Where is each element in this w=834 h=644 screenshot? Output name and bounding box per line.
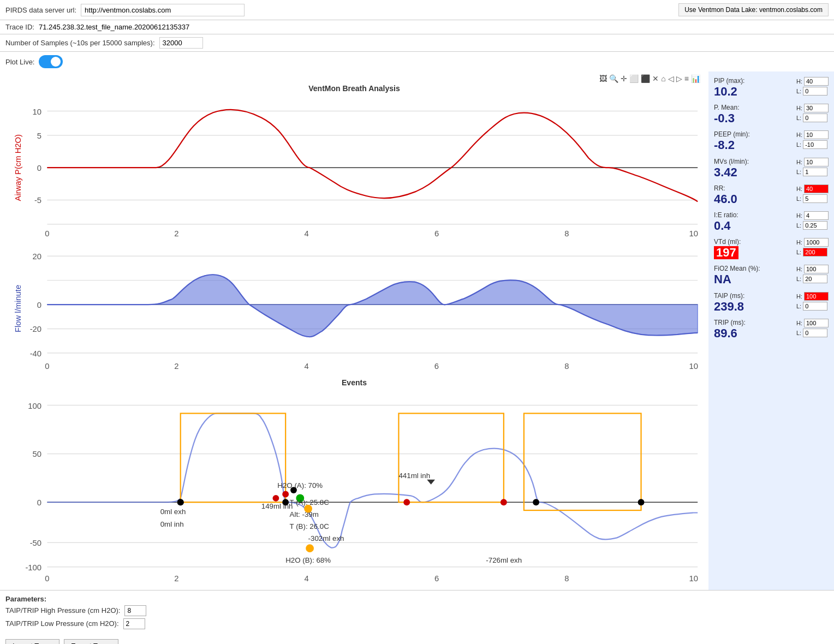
samples-input[interactable] bbox=[159, 37, 203, 49]
import-trace-button[interactable]: Import Trace bbox=[5, 639, 59, 644]
low-pressure-input[interactable] bbox=[123, 618, 145, 629]
metric-l-row-0: L: bbox=[796, 87, 829, 96]
metric-h-input-6[interactable] bbox=[804, 238, 829, 247]
high-pressure-input[interactable] bbox=[124, 605, 146, 616]
metric-h-input-5[interactable] bbox=[804, 211, 829, 220]
data-lake-button[interactable]: Use Ventmon Data Lake: ventmon.coslabs.c… bbox=[678, 3, 829, 16]
metric-label-8: TAIP (ms): bbox=[714, 292, 744, 300]
metric-l-label-3: L: bbox=[796, 169, 801, 175]
chart-title: VentMon Breath Analysis bbox=[3, 84, 706, 93]
svg-text:4: 4 bbox=[305, 575, 309, 583]
metric-h-input-1[interactable] bbox=[804, 104, 829, 112]
metric-l-row-3: L: bbox=[796, 168, 829, 176]
metric-h-input-9[interactable] bbox=[804, 319, 829, 327]
home-icon[interactable]: ⌂ bbox=[661, 74, 665, 83]
svg-text:6: 6 bbox=[434, 229, 439, 238]
config-icon[interactable]: ≡ bbox=[684, 74, 689, 83]
metric-h-input-7[interactable] bbox=[804, 265, 829, 273]
metric-h-input-8[interactable] bbox=[804, 292, 829, 301]
metric-l-input-5[interactable] bbox=[803, 221, 827, 230]
export-trace-button[interactable]: Export Trace bbox=[64, 639, 118, 644]
metric-l-input-2[interactable] bbox=[803, 140, 827, 149]
metric-label-4: RR: bbox=[714, 184, 737, 192]
metric-h-row-9: H: bbox=[796, 319, 829, 327]
metric-item-7: FiO2 Mean (%):NAH:L: bbox=[714, 265, 829, 286]
server-url-row: PIRDS data server url: bbox=[5, 4, 245, 16]
pan-icon[interactable]: ⬜ bbox=[629, 74, 639, 83]
events-chart-title: Events bbox=[3, 378, 706, 387]
svg-rect-50 bbox=[524, 414, 641, 511]
trace-row: Trace ID: bbox=[0, 20, 834, 34]
camera-icon[interactable]: 🖼 bbox=[599, 74, 607, 83]
trace-id-input[interactable] bbox=[39, 23, 829, 31]
metric-value-7: NA bbox=[714, 273, 760, 286]
samples-label: Number of Samples (~10s per 15000 sample… bbox=[5, 39, 155, 47]
svg-text:8: 8 bbox=[564, 575, 569, 583]
metric-label-0: PIP (max): bbox=[714, 77, 744, 85]
svg-point-57 bbox=[272, 495, 279, 502]
metric-h-row-7: H: bbox=[796, 265, 829, 273]
forward-icon[interactable]: ▷ bbox=[676, 74, 682, 83]
plus-icon[interactable]: ✛ bbox=[621, 74, 627, 83]
metric-l-input-8[interactable] bbox=[803, 302, 827, 311]
metric-item-9: TRIP (ms):89.6H:L: bbox=[714, 319, 829, 340]
reset-icon[interactable]: ✕ bbox=[652, 74, 659, 83]
plot-live-toggle[interactable] bbox=[39, 55, 63, 68]
svg-point-59 bbox=[282, 491, 289, 498]
metric-label-2: PEEP (min): bbox=[714, 130, 750, 138]
metric-l-input-7[interactable] bbox=[803, 275, 827, 283]
svg-text:-40: -40 bbox=[30, 349, 41, 358]
svg-text:H2O (A): 70%: H2O (A): 70% bbox=[277, 481, 323, 490]
metric-controls-2: H:L: bbox=[796, 130, 829, 149]
zoom-icon[interactable]: 🔍 bbox=[609, 74, 618, 83]
metric-value-1: -0.3 bbox=[714, 112, 739, 125]
svg-text:8: 8 bbox=[564, 229, 569, 238]
svg-text:4: 4 bbox=[305, 362, 309, 371]
svg-text:10: 10 bbox=[689, 229, 698, 238]
main-content: 🖼 🔍 ✛ ⬜ ⬛ ✕ ⌂ ◁ ▷ ≡ 📊 VentMon Breath Ana… bbox=[0, 71, 834, 590]
svg-text:-20: -20 bbox=[30, 325, 41, 334]
svg-text:Alt: -39m: Alt: -39m bbox=[290, 510, 319, 518]
plot-live-row: Plot Live: bbox=[0, 52, 834, 71]
metric-l-input-3[interactable] bbox=[803, 168, 827, 176]
metric-label-1: P. Mean: bbox=[714, 104, 739, 111]
svg-point-63 bbox=[304, 505, 312, 513]
svg-text:0: 0 bbox=[45, 575, 49, 583]
params-title: Parameters: bbox=[5, 595, 829, 603]
zoom-out-icon[interactable]: ⬛ bbox=[641, 74, 650, 83]
server-url-input[interactable] bbox=[81, 4, 245, 16]
svg-text:-302ml exh: -302ml exh bbox=[308, 535, 344, 543]
metric-l-input-6[interactable] bbox=[803, 248, 827, 257]
metric-h-input-0[interactable] bbox=[804, 77, 829, 86]
metric-l-input-4[interactable] bbox=[803, 194, 827, 203]
svg-text:0: 0 bbox=[37, 164, 41, 172]
metric-label-6: VTd (ml): bbox=[714, 238, 741, 246]
metric-l-label-8: L: bbox=[796, 303, 801, 309]
metric-h-label-6: H: bbox=[796, 239, 802, 246]
bar-chart-icon[interactable]: 📊 bbox=[691, 74, 700, 83]
svg-text:0: 0 bbox=[37, 499, 41, 508]
metric-l-input-0[interactable] bbox=[803, 87, 827, 96]
metric-label-9: TRIP (ms): bbox=[714, 319, 746, 326]
metric-value-9: 89.6 bbox=[714, 327, 746, 340]
metric-h-label-7: H: bbox=[796, 266, 802, 272]
metric-l-row-5: L: bbox=[796, 221, 829, 230]
metric-h-input-4[interactable] bbox=[804, 184, 829, 193]
high-pressure-label: TAIP/TRIP High Pressure (cm H2O): bbox=[5, 606, 120, 615]
metric-h-label-1: H: bbox=[796, 105, 802, 111]
metric-h-label-4: H: bbox=[796, 186, 802, 192]
metric-l-input-1[interactable] bbox=[803, 114, 827, 122]
back-icon[interactable]: ◁ bbox=[668, 74, 674, 83]
svg-text:50: 50 bbox=[33, 450, 41, 459]
metric-h-label-2: H: bbox=[796, 132, 802, 138]
samples-row: Number of Samples (~10s per 15000 sample… bbox=[0, 34, 834, 52]
svg-text:20: 20 bbox=[33, 253, 41, 261]
metric-label-7: FiO2 Mean (%): bbox=[714, 265, 760, 272]
svg-point-75 bbox=[533, 499, 539, 506]
metric-label-5: I:E ratio: bbox=[714, 211, 738, 219]
metric-l-input-9[interactable] bbox=[803, 329, 827, 337]
metric-h-input-2[interactable] bbox=[804, 130, 829, 139]
metric-controls-0: H:L: bbox=[796, 77, 829, 96]
metric-item-4: RR:46.0H:L: bbox=[714, 184, 829, 206]
metric-h-input-3[interactable] bbox=[804, 158, 829, 166]
